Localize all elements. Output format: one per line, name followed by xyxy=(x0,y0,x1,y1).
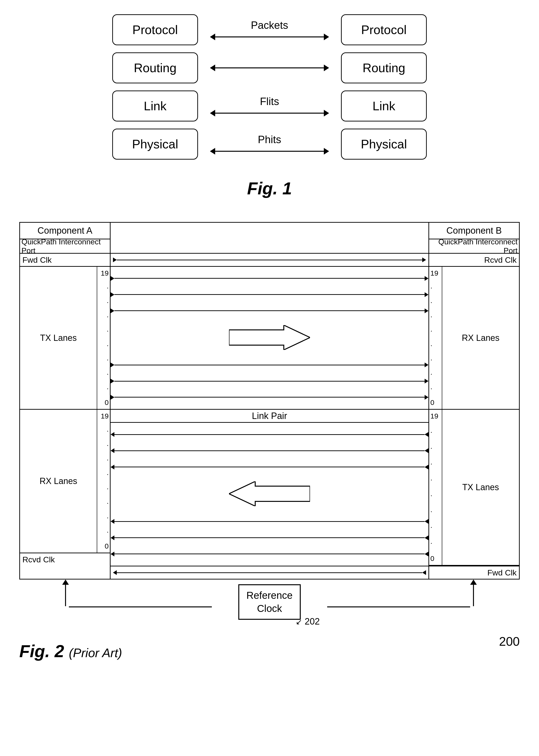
comp-a-tx-lanes-label: TX Lanes xyxy=(20,267,97,409)
fig1-flits-arrow: Flits xyxy=(198,96,341,116)
arrow-line xyxy=(215,67,324,68)
fig1-link-row: Link Flits Link xyxy=(55,91,484,121)
lane-arrow-rx-3 xyxy=(111,518,428,525)
fwd-clk-arrowhead xyxy=(113,257,117,262)
fig1-routing-row: Routing Routing xyxy=(55,52,484,83)
fig2-title: Fig. 2 xyxy=(19,642,64,661)
fig2-inner: Component A QuickPath Interconnect Port … xyxy=(20,223,519,579)
fig1-packets-arrow: Packets xyxy=(198,19,341,40)
rcvd-clk-arrowhead xyxy=(113,570,117,575)
rx-lane-arrows xyxy=(111,423,428,566)
comp-b-fwd-clk: Fwd Clk xyxy=(429,566,519,579)
lane-arrow-rx-2 xyxy=(111,464,428,470)
arrow-left-head xyxy=(210,148,215,155)
fwd-clk-arrow-line xyxy=(117,260,422,260)
comp-a-tx-lanes-block: TX Lanes 19 · · · · · · · · 0 xyxy=(20,267,110,410)
comp-a-rx-lane-numbers: 19 · · · · · · · · 0 xyxy=(97,410,110,553)
fig2-outer-box: Component A QuickPath Interconnect Port … xyxy=(19,222,520,580)
lane-arrow-tx-0 xyxy=(111,275,428,282)
arrow-left-head xyxy=(210,110,215,116)
fig1-diagram: Protocol Packets Protocol Routing xyxy=(55,14,484,167)
fig2-subtitle: (Prior Art) xyxy=(69,646,122,660)
comp-b-rx-lane-numbers: 19 · · · · · · · · 0 xyxy=(429,267,442,409)
arrow-right-head xyxy=(324,65,329,71)
comp-b-rcvd-clk: Rcvd Clk xyxy=(429,254,519,267)
comp-b-tx-lane-numbers: 19 · · · · · · · · 0 xyxy=(429,410,442,565)
up-arrow-line-left xyxy=(65,585,66,606)
tx-lane-arrows xyxy=(111,267,428,410)
lane-arrow-tx-5 xyxy=(111,394,428,401)
fig1-routing-left: Routing xyxy=(112,52,198,83)
fig1-routing-arrow xyxy=(198,65,341,71)
fig1-phits-arrow: Phits xyxy=(198,134,341,155)
up-arrowhead-right xyxy=(470,580,477,585)
comp-a-rx-lanes-label: RX Lanes xyxy=(20,410,97,553)
component-b: Component B QuickPath Interconnect Port … xyxy=(428,223,519,579)
svg-marker-0 xyxy=(229,325,310,350)
up-arrowhead-left xyxy=(62,580,69,585)
horizontal-line-left xyxy=(69,606,212,607)
arrow-left-head xyxy=(210,34,215,40)
svg-marker-1 xyxy=(229,481,310,506)
fig1-link-left: Link xyxy=(112,91,198,121)
fig1-routing-right: Routing xyxy=(341,52,427,83)
arrow-right-head xyxy=(324,148,329,155)
arrow-line xyxy=(215,36,324,37)
lane-arrow-tx-2 xyxy=(111,308,428,314)
lane-arrow-rx-4 xyxy=(111,534,428,541)
lane-arrow-tx-4 xyxy=(111,378,428,384)
comp-a-rcvd-clk: Rcvd Clk xyxy=(20,553,110,566)
fig1-physical-left: Physical xyxy=(112,129,198,160)
fig1-title: Fig. 1 xyxy=(247,179,292,198)
arrow-left-head xyxy=(210,65,215,71)
lane-arrow-rx-5 xyxy=(111,551,428,557)
big-hollow-arrow-left xyxy=(229,481,310,507)
ref-clock-box: ReferenceClock xyxy=(238,584,301,620)
rcvd-clk-arrowhead-end xyxy=(422,570,426,575)
fwd-clk-arrowhead-end xyxy=(422,257,426,262)
component-a: Component A QuickPath Interconnect Port … xyxy=(20,223,111,579)
fig1-link-right: Link xyxy=(341,91,427,121)
right-up-arrow xyxy=(470,580,477,606)
arrow-right-head xyxy=(324,110,329,116)
fig1-protocol-row: Protocol Packets Protocol xyxy=(55,14,484,45)
comp-b-header: Component B xyxy=(429,223,519,240)
fig1-physical-right: Physical xyxy=(341,129,427,160)
comp-a-fwd-clk: Fwd Clk xyxy=(20,254,110,267)
big-hollow-arrow-right xyxy=(229,325,310,351)
fig1-container: Protocol Packets Protocol Routing xyxy=(19,14,520,212)
fig2-number: 200 xyxy=(499,634,520,649)
comp-a-header: Component A xyxy=(20,223,110,240)
comp-b-rx-lanes-label: RX Lanes xyxy=(442,267,519,409)
ref-clock-area: ReferenceClock ↙ 202 xyxy=(19,580,520,632)
left-up-arrow xyxy=(62,580,69,606)
comp-b-tx-lanes-label: TX Lanes xyxy=(442,410,519,565)
fig1-protocol-left: Protocol xyxy=(112,14,198,45)
comp-b-tx-lanes-block: 19 · · · · · · · · 0 TX Lanes xyxy=(429,410,519,566)
comp-a-rx-lanes-block: RX Lanes 19 · · · · · · · · 0 xyxy=(20,410,110,553)
middle-section: Link Pair xyxy=(111,223,428,579)
rcvd-clk-arrow-row xyxy=(111,566,428,579)
fig1-protocol-right: Protocol xyxy=(341,14,427,45)
fwd-clk-arrow-row xyxy=(111,254,428,267)
ref-clock-number: ↙ 202 xyxy=(296,616,320,627)
comp-a-qpi: QuickPath Interconnect Port xyxy=(20,240,110,254)
lane-arrow-rx-1 xyxy=(111,447,428,454)
fig2-container: Component A QuickPath Interconnect Port … xyxy=(19,222,520,661)
lane-arrow-tx-3 xyxy=(111,362,428,368)
middle-top-spacer xyxy=(111,223,428,254)
link-pair-label: Link Pair xyxy=(111,410,428,423)
comp-b-rx-lanes-block: 19 · · · · · · · · 0 RX Lanes xyxy=(429,267,519,410)
lane-arrow-rx-0 xyxy=(111,431,428,438)
horizontal-line-right xyxy=(327,606,470,607)
arrow-line xyxy=(215,113,324,113)
arrow-right-head xyxy=(324,34,329,40)
lane-arrow-tx-1 xyxy=(111,291,428,298)
ref-clock-label: ReferenceClock xyxy=(246,590,293,614)
comp-b-qpi: QuickPath Interconnect Port xyxy=(429,240,519,254)
arrow-line xyxy=(215,151,324,152)
comp-a-tx-lane-numbers: 19 · · · · · · · · 0 xyxy=(97,267,110,409)
up-arrow-line-right xyxy=(473,585,474,606)
fig2-title-row: Fig. 2 (Prior Art) 200 xyxy=(19,634,520,661)
rcvd-clk-arrow-line xyxy=(117,572,422,573)
